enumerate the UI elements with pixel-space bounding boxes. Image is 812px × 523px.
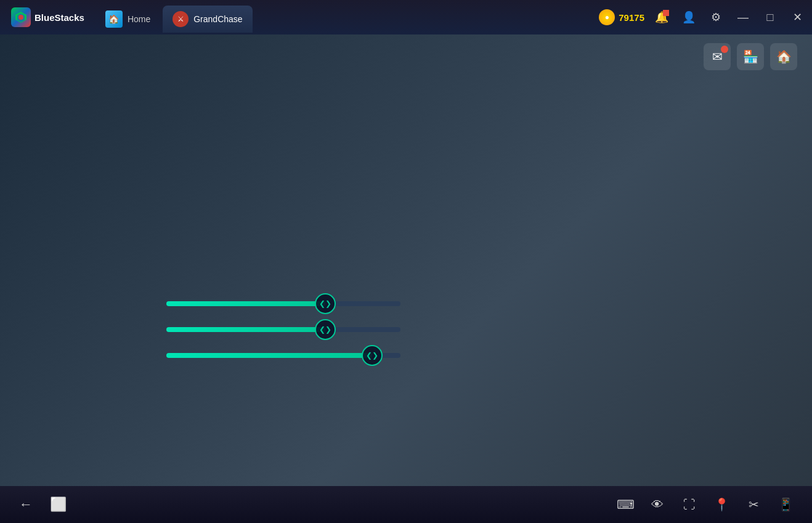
maximize-btn[interactable]: □ xyxy=(760,7,780,27)
phone-icon-btn[interactable]: 📱 xyxy=(774,493,797,516)
bottom-back-btn[interactable]: ← xyxy=(15,493,37,516)
coin-display: ● 79175 xyxy=(599,9,644,25)
effect-sound-fill xyxy=(166,301,325,306)
notif-badge xyxy=(663,10,669,16)
bluestacks-logo[interactable]: BlueStacks xyxy=(5,5,91,30)
scissors-icon-btn[interactable]: ✂ xyxy=(742,493,765,516)
taskbar-right: ● 79175 🔔 👤 ⚙ — □ ✕ xyxy=(599,7,807,27)
bottom-home-btn[interactable]: ⬜ xyxy=(47,493,69,516)
home-tab-icon: 🏠 xyxy=(105,10,123,28)
taskbar: BlueStacks 🏠 Home ⚔ GrandChase ● 79175 🔔… xyxy=(0,0,812,34)
thumb-arrows-effect: ❮❯ xyxy=(319,299,331,308)
vo-fill xyxy=(166,353,372,358)
home-btn[interactable]: 🏠 xyxy=(770,43,797,70)
background xyxy=(0,0,812,523)
mail-btn[interactable]: ✉ xyxy=(704,43,731,70)
settings-btn[interactable]: ⚙ xyxy=(706,7,726,27)
game-tab[interactable]: ⚔ GrandChase xyxy=(163,6,252,33)
pin-icon-btn[interactable]: 📍 xyxy=(710,493,733,516)
user-btn[interactable]: 👤 xyxy=(679,7,699,27)
minimize-btn[interactable]: — xyxy=(733,7,753,27)
coin-icon: ● xyxy=(599,9,615,25)
bluestacks-icon xyxy=(11,7,31,27)
game-tab-icon: ⚔ xyxy=(173,11,189,27)
effect-sound-thumb[interactable]: ❮❯ xyxy=(315,293,336,314)
close-btn[interactable]: ✕ xyxy=(787,7,807,27)
effect-sound-slider[interactable]: ❮❯ xyxy=(166,301,400,306)
svg-point-2 xyxy=(18,15,23,20)
mail-badge xyxy=(721,46,728,53)
keyboard-icon-btn[interactable]: ⌨ xyxy=(614,493,637,516)
vo-slider[interactable]: ❮❯ xyxy=(166,353,400,358)
vo-thumb[interactable]: ❮❯ xyxy=(362,345,383,366)
bgm-fill xyxy=(166,327,325,332)
game-tab-label: GrandChase xyxy=(193,14,242,24)
notification-btn[interactable]: 🔔 xyxy=(652,7,672,27)
thumb-arrows-bgm: ❮❯ xyxy=(319,325,331,334)
thumb-arrows-vo: ❮❯ xyxy=(366,351,378,360)
expand-icon-btn[interactable]: ⛶ xyxy=(678,493,701,516)
eye-icon-btn[interactable]: 👁 xyxy=(646,493,669,516)
bluestacks-label: BlueStacks xyxy=(35,12,84,23)
coin-amount: 79175 xyxy=(619,12,644,23)
bottom-left: ← ⬜ xyxy=(15,493,69,516)
bottom-bar: ← ⬜ ⌨ 👁 ⛶ 📍 ✂ 📱 xyxy=(0,486,812,523)
bgm-slider[interactable]: ❮❯ xyxy=(166,327,400,332)
shop-btn[interactable]: 🏪 xyxy=(737,43,764,70)
home-tab[interactable]: 🏠 Home xyxy=(95,6,160,33)
home-tab-label: Home xyxy=(128,14,150,24)
bgm-thumb[interactable]: ❮❯ xyxy=(315,319,336,340)
bottom-right: ⌨ 👁 ⛶ 📍 ✂ 📱 xyxy=(614,493,797,516)
